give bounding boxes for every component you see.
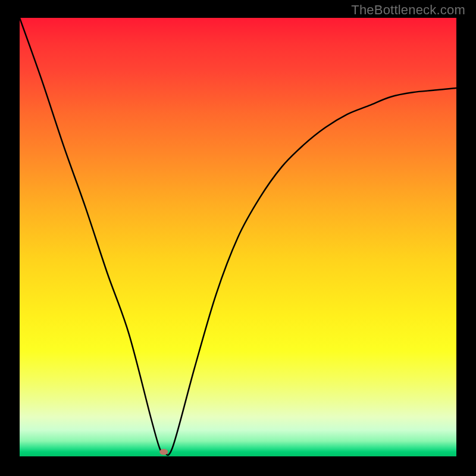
plot-wrapper (20, 18, 456, 456)
minimum-marker (159, 449, 168, 455)
curve-layer (20, 18, 456, 456)
chart-frame: TheBottleneck.com (0, 0, 476, 476)
bottleneck-curve (20, 18, 456, 455)
watermark-text: TheBottleneck.com (351, 2, 465, 18)
